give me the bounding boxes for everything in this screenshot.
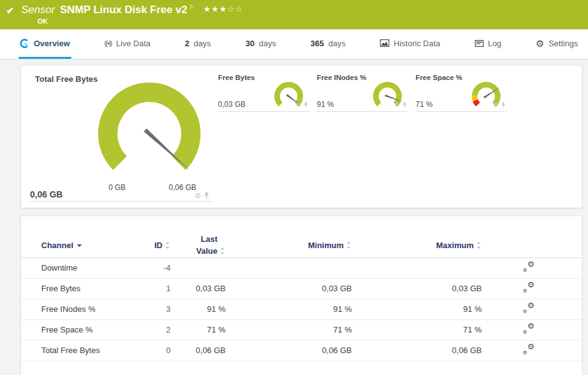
main-gauge-actions: ⚙ xyxy=(194,192,209,199)
channel-settings-icon[interactable]: ⚙⚙ xyxy=(523,282,535,293)
gear-icon[interactable]: ⚙ xyxy=(493,102,499,108)
priority-stars[interactable]: ★★★☆☆ xyxy=(204,4,243,14)
pin-icon[interactable] xyxy=(204,192,209,199)
mini-gauge-actions: ⚙ xyxy=(296,102,308,108)
area-chart-icon xyxy=(380,39,389,47)
gauge-icon xyxy=(20,39,29,48)
column-header-channel[interactable]: Channel xyxy=(41,241,135,250)
mini-gauge-free-inodes[interactable]: Free INodes % 91 % ⚙ xyxy=(317,66,409,209)
sensor-title: SNMP Linux Disk Free v2 xyxy=(60,4,187,16)
column-header-minimum[interactable]: Minimum xyxy=(226,241,352,250)
channel-id: 2 xyxy=(135,325,171,334)
divider xyxy=(218,111,310,112)
table-row: Total Free Bytes 0 0,06 GB 0,06 GB 0,06 … xyxy=(21,341,582,361)
column-header-id[interactable]: ID xyxy=(135,241,171,250)
mini-gauge-title: Free INodes % xyxy=(317,74,366,81)
pin-icon[interactable] xyxy=(501,102,506,108)
ok-check-icon: ✔ xyxy=(6,5,21,16)
sensor-status-bar: ✔ Sensor SNMP Linux Disk Free v2 ⚐ ★★★☆☆… xyxy=(0,0,588,29)
tab-2-days[interactable]: 2 days xyxy=(184,29,212,59)
sort-icon xyxy=(165,241,171,249)
tab-bar: Overview ((•)) Live Data 2 days 30 days … xyxy=(0,29,588,59)
channel-name: Free Bytes xyxy=(41,284,135,293)
channel-minimum: 0,03 GB xyxy=(226,284,352,293)
channel-id: 3 xyxy=(135,304,171,314)
channel-id: -4 xyxy=(135,263,171,272)
sort-icon xyxy=(476,241,482,249)
channel-minimum: 91 % xyxy=(226,304,352,314)
pin-icon[interactable] xyxy=(402,102,407,108)
main-gauge-value: 0,06 GB xyxy=(30,189,62,199)
mini-gauge-value: 71 % xyxy=(416,100,432,109)
channel-id: 0 xyxy=(135,346,171,355)
mini-gauge-title: Free Space % xyxy=(416,74,462,81)
table-row: Downtime -4 ⚙⚙ xyxy=(21,258,582,279)
channel-minimum: 71 % xyxy=(226,325,352,334)
tab-overview[interactable]: Overview xyxy=(19,29,71,59)
channel-last-value: 0,03 GB xyxy=(171,284,226,293)
mini-gauge-title: Free Bytes xyxy=(218,74,255,81)
mini-gauge-value: 91 % xyxy=(317,100,334,109)
tab-30-days[interactable]: 30 days xyxy=(244,29,277,59)
tab-settings[interactable]: ⚙ Settings xyxy=(535,29,579,59)
sort-desc-icon xyxy=(77,244,82,247)
table-row: Free Bytes 1 0,03 GB 0,03 GB 0,03 GB ⚙⚙ xyxy=(21,279,582,299)
mini-gauge-actions: ⚙ xyxy=(394,102,407,108)
table-header: Channel ID Last Value Minimum Maximum xyxy=(21,216,582,258)
mini-gauge-free-space[interactable]: Free Space % 71 % ⚙ xyxy=(416,66,507,209)
sort-icon xyxy=(220,247,226,255)
main-gauge-scale-min: 0 GB xyxy=(87,183,126,192)
channel-name: Free Space % xyxy=(41,325,135,334)
divider xyxy=(30,201,212,202)
mini-gauge-value: 0,03 GB xyxy=(218,100,246,109)
channel-maximum: 0,06 GB xyxy=(352,346,482,355)
mini-gauge-actions: ⚙ xyxy=(493,102,506,108)
main-gauge-title: Total Free Bytes xyxy=(35,74,97,84)
column-header-last-value[interactable]: Last Value xyxy=(171,234,226,258)
mini-gauge-free-bytes[interactable]: Free Bytes 0,03 GB ⚙ xyxy=(218,66,310,209)
channel-settings-icon[interactable]: ⚙⚙ xyxy=(523,344,535,355)
tab-historic-data[interactable]: Historic Data xyxy=(379,29,441,59)
gauges-panel: Total Free Bytes 0 GB 0,06 GB 0,06 GB ⚙ … xyxy=(21,65,582,208)
channel-id: 1 xyxy=(135,284,171,293)
main-gauge[interactable] xyxy=(96,81,203,176)
tab-365-days[interactable]: 365 days xyxy=(309,29,347,59)
gear-icon[interactable]: ⚙ xyxy=(194,192,201,199)
channel-name: Downtime xyxy=(41,263,135,272)
tab-live-data[interactable]: ((•)) Live Data xyxy=(103,29,152,59)
sensor-status-text: OK xyxy=(37,18,243,25)
log-list-icon xyxy=(475,40,484,47)
channel-last-value: 0,06 GB xyxy=(171,346,226,355)
gear-icon[interactable]: ⚙ xyxy=(296,102,301,108)
channel-last-value: 71 % xyxy=(171,325,226,334)
channel-maximum: 71 % xyxy=(352,325,482,334)
channel-settings-icon[interactable]: ⚙⚙ xyxy=(523,303,535,314)
channel-name: Total Free Bytes xyxy=(41,346,135,355)
channel-name: Free INodes % xyxy=(41,304,135,314)
tab-log[interactable]: Log xyxy=(474,29,503,59)
main-gauge-scale-max: 0,06 GB xyxy=(152,183,196,192)
channel-settings-icon[interactable]: ⚙⚙ xyxy=(523,324,535,334)
table-row: Free Space % 2 71 % 71 % 71 % ⚙⚙ xyxy=(21,320,582,341)
divider xyxy=(317,111,409,112)
divider xyxy=(416,111,507,112)
gear-icon: ⚙ xyxy=(536,39,544,48)
flag-icon[interactable]: ⚐ xyxy=(189,4,195,11)
broadcast-icon: ((•)) xyxy=(104,40,112,47)
channel-settings-icon[interactable]: ⚙⚙ xyxy=(523,262,535,272)
sort-icon xyxy=(346,241,352,249)
column-header-maximum[interactable]: Maximum xyxy=(352,241,482,250)
object-kind-label: Sensor xyxy=(21,4,55,16)
channel-maximum: 91 % xyxy=(352,304,482,314)
channel-last-value: 91 % xyxy=(171,304,226,314)
table-row: Free INodes % 3 91 % 91 % 91 % ⚙⚙ xyxy=(21,299,582,320)
pin-icon[interactable] xyxy=(304,102,308,108)
gear-icon[interactable]: ⚙ xyxy=(394,102,400,108)
channel-maximum: 0,03 GB xyxy=(352,284,482,293)
channel-minimum: 0,06 GB xyxy=(226,346,352,355)
channels-table-panel: Channel ID Last Value Minimum Maximum Do… xyxy=(21,216,582,375)
